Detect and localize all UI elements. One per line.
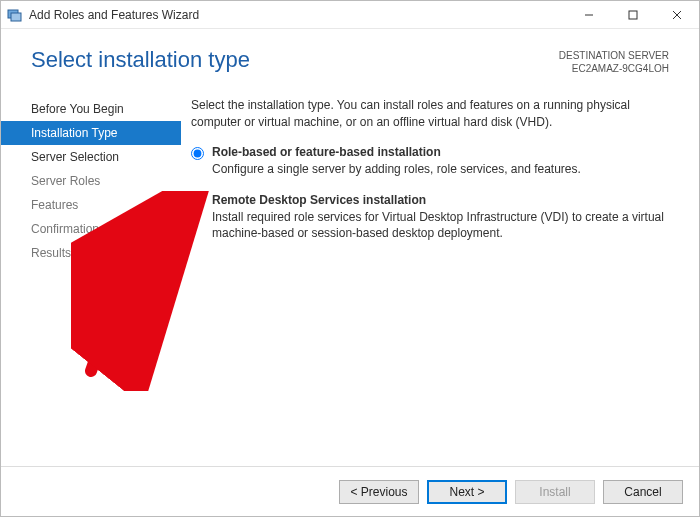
install-type-radio[interactable] [191, 195, 204, 208]
option-description: Configure a single server by adding role… [212, 161, 673, 177]
nav-item-server-roles: Server Roles [1, 169, 181, 193]
previous-button[interactable]: < Previous [339, 480, 419, 504]
window-title: Add Roles and Features Wizard [29, 8, 199, 22]
wizard-nav: Before You BeginInstallation TypeServer … [1, 91, 181, 463]
next-button[interactable]: Next > [427, 480, 507, 504]
cancel-button[interactable]: Cancel [603, 480, 683, 504]
nav-item-before-you-begin[interactable]: Before You Begin [1, 97, 181, 121]
nav-item-features: Features [1, 193, 181, 217]
install-type-radio[interactable] [191, 147, 204, 160]
nav-item-installation-type[interactable]: Installation Type [1, 121, 181, 145]
wizard-header: Select installation type DESTINATION SER… [1, 29, 699, 83]
maximize-button[interactable] [611, 1, 655, 29]
destination-server-block: DESTINATION SERVER EC2AMAZ-9CG4LOH [559, 49, 669, 75]
svg-rect-3 [629, 11, 637, 19]
wizard-footer: < Previous Next > Install Cancel [1, 466, 699, 516]
nav-item-confirmation: Confirmation [1, 217, 181, 241]
close-button[interactable] [655, 1, 699, 29]
option-title: Remote Desktop Services installation [212, 193, 673, 207]
app-icon [7, 7, 23, 23]
install-type-option[interactable]: Role-based or feature-based installation… [191, 145, 673, 177]
option-title: Role-based or feature-based installation [212, 145, 673, 159]
page-title: Select installation type [31, 47, 559, 73]
install-button[interactable]: Install [515, 480, 595, 504]
install-type-option[interactable]: Remote Desktop Services installationInst… [191, 193, 673, 241]
destination-server-label: DESTINATION SERVER [559, 49, 669, 62]
titlebar: Add Roles and Features Wizard [1, 1, 699, 29]
destination-server-name: EC2AMAZ-9CG4LOH [559, 62, 669, 75]
option-description: Install required role services for Virtu… [212, 209, 673, 241]
minimize-button[interactable] [567, 1, 611, 29]
wizard-body: Before You BeginInstallation TypeServer … [1, 83, 699, 463]
intro-text: Select the installation type. You can in… [191, 97, 673, 131]
wizard-main: Select the installation type. You can in… [181, 91, 699, 463]
nav-item-results: Results [1, 241, 181, 265]
nav-item-server-selection[interactable]: Server Selection [1, 145, 181, 169]
svg-rect-1 [11, 13, 21, 21]
